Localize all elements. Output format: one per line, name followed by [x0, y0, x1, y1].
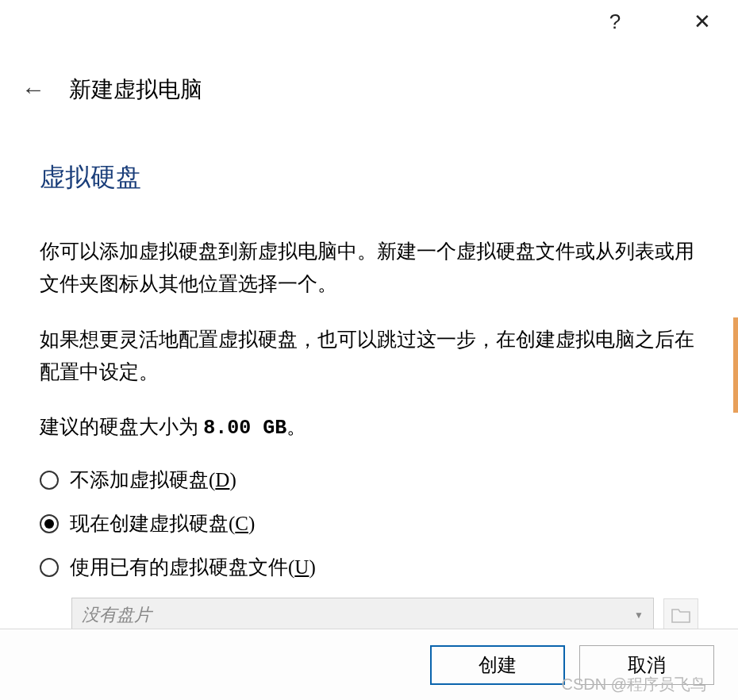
radio-label-before: 不添加虚拟硬盘( — [70, 469, 215, 490]
radio-label: 使用已有的虚拟硬盘文件(U) — [70, 554, 316, 580]
size-prefix: 建议的硬盘大小为 — [40, 416, 203, 437]
footer: 创建 取消 — [0, 629, 738, 700]
radio-hotkey: C — [235, 513, 248, 534]
radio-label-after: ) — [309, 556, 315, 578]
create-button[interactable]: 创建 — [430, 645, 565, 685]
radio-label-after: ) — [248, 513, 255, 534]
existing-disk-row: 没有盘片 ▼ — [71, 598, 698, 633]
radio-create-now[interactable]: 现在创建虚拟硬盘(C) — [40, 510, 698, 537]
radio-icon — [40, 471, 59, 490]
content-area: 虚拟硬盘 你可以添加虚拟硬盘到新虚拟电脑中。新建一个虚拟硬盘文件或从列表或用文件… — [0, 113, 738, 648]
size-suffix: 。 — [286, 416, 306, 437]
radio-label: 不添加虚拟硬盘(D) — [70, 467, 236, 493]
radio-label-before: 使用已有的虚拟硬盘文件( — [70, 556, 294, 578]
radio-icon — [40, 558, 59, 577]
section-heading: 虚拟硬盘 — [40, 160, 698, 195]
radio-label-after: ) — [229, 469, 236, 490]
radio-no-disk[interactable]: 不添加虚拟硬盘(D) — [40, 467, 698, 493]
chevron-down-icon: ▼ — [634, 610, 644, 621]
description-para-1: 你可以添加虚拟硬盘到新虚拟电脑中。新建一个虚拟硬盘文件或从列表或用文件夹图标从其… — [40, 235, 698, 301]
radio-hotkey: D — [215, 469, 229, 490]
combo-placeholder: 没有盘片 — [82, 603, 152, 627]
disk-combo[interactable]: 没有盘片 ▼ — [71, 598, 654, 633]
radio-label: 现在创建虚拟硬盘(C) — [70, 510, 255, 537]
recommended-size: 8.00 GB — [203, 417, 286, 440]
close-button[interactable]: ✕ — [686, 6, 718, 37]
radio-group: 不添加虚拟硬盘(D) 现在创建虚拟硬盘(C) 使用已有的虚拟硬盘文件(U) 没有… — [40, 467, 698, 633]
radio-hotkey: U — [294, 556, 309, 578]
folder-icon — [671, 606, 691, 624]
radio-icon — [40, 514, 59, 533]
cancel-button[interactable]: 取消 — [579, 645, 714, 685]
browse-button[interactable] — [663, 598, 698, 632]
header: ← 新建虚拟电脑 — [0, 43, 738, 113]
titlebar: ? ✕ — [0, 0, 738, 43]
page-title: 新建虚拟电脑 — [69, 75, 202, 105]
right-edge-accent — [733, 317, 738, 413]
description-para-3: 建议的硬盘大小为 8.00 GB。 — [40, 410, 698, 444]
help-button[interactable]: ? — [599, 6, 631, 37]
back-button[interactable]: ← — [17, 76, 49, 103]
radio-use-existing[interactable]: 使用已有的虚拟硬盘文件(U) — [40, 554, 698, 580]
radio-label-before: 现在创建虚拟硬盘( — [70, 513, 235, 534]
description-para-2: 如果想更灵活地配置虚拟硬盘，也可以跳过这一步，在创建虚拟电脑之后在配置中设定。 — [40, 323, 698, 389]
